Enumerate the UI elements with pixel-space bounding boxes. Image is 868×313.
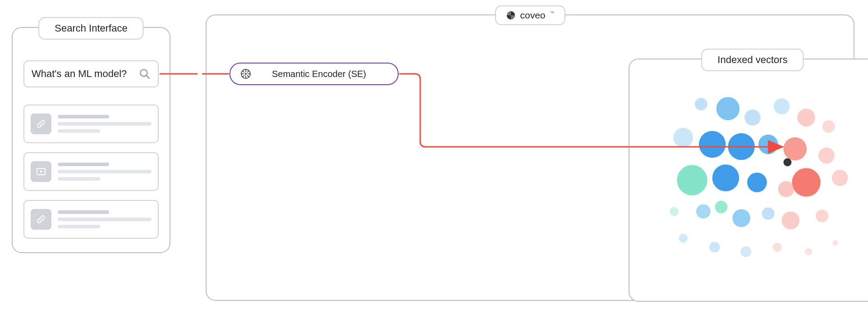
svg-point-8 bbox=[673, 128, 693, 148]
search-result-placeholder bbox=[23, 200, 159, 239]
svg-point-10 bbox=[728, 133, 755, 160]
svg-point-27 bbox=[792, 168, 821, 197]
placeholder-lines bbox=[58, 115, 152, 133]
search-result-placeholder bbox=[23, 104, 159, 143]
search-interface-title: Search Interface bbox=[38, 17, 143, 40]
svg-marker-3 bbox=[40, 170, 43, 173]
svg-point-6 bbox=[744, 109, 761, 126]
search-result-placeholder bbox=[23, 152, 159, 191]
search-icon bbox=[139, 68, 151, 80]
svg-point-7 bbox=[774, 98, 790, 114]
search-interface-panel: Search Interface What's an ML model? bbox=[12, 27, 170, 253]
svg-point-11 bbox=[758, 135, 778, 154]
indexed-vectors-panel: Indexed vectors bbox=[629, 59, 868, 302]
svg-point-13 bbox=[747, 172, 767, 192]
svg-point-29 bbox=[778, 181, 795, 197]
svg-point-14 bbox=[696, 204, 711, 219]
svg-point-26 bbox=[818, 148, 835, 164]
svg-point-36 bbox=[245, 73, 247, 75]
svg-point-15 bbox=[732, 209, 750, 227]
vector-scatter-cloud bbox=[629, 59, 868, 301]
svg-line-44 bbox=[243, 75, 244, 77]
svg-line-41 bbox=[243, 71, 244, 73]
svg-point-21 bbox=[715, 201, 728, 213]
coveo-brand-tag: coveo ™ bbox=[495, 5, 565, 25]
svg-line-42 bbox=[247, 75, 249, 77]
coveo-brand-text: coveo bbox=[520, 10, 545, 21]
link-icon bbox=[31, 209, 51, 230]
semantic-encoder-label: Semantic Encoder (SE) bbox=[259, 69, 388, 79]
search-box[interactable]: What's an ML model? bbox=[23, 60, 159, 87]
svg-point-22 bbox=[670, 207, 679, 216]
link-icon bbox=[31, 113, 51, 134]
svg-point-9 bbox=[699, 131, 726, 158]
placeholder-lines bbox=[58, 163, 152, 181]
coveo-logo-icon bbox=[505, 10, 515, 20]
video-icon bbox=[31, 161, 51, 182]
svg-point-32 bbox=[773, 243, 782, 252]
svg-point-16 bbox=[762, 208, 775, 220]
svg-point-5 bbox=[716, 97, 740, 120]
ml-brain-icon bbox=[240, 68, 251, 79]
query-vector-point bbox=[783, 158, 791, 166]
svg-point-12 bbox=[712, 164, 739, 191]
svg-point-24 bbox=[822, 120, 835, 133]
trademark-symbol: ™ bbox=[550, 10, 555, 15]
svg-point-18 bbox=[709, 242, 720, 253]
svg-line-43 bbox=[247, 71, 249, 73]
search-query-text: What's an ML model? bbox=[32, 68, 139, 80]
svg-point-23 bbox=[797, 109, 815, 127]
svg-point-19 bbox=[740, 246, 751, 257]
svg-point-17 bbox=[679, 234, 688, 243]
semantic-encoder-node: Semantic Encoder (SE) bbox=[230, 63, 399, 85]
svg-point-34 bbox=[833, 240, 838, 245]
svg-line-1 bbox=[146, 75, 149, 78]
svg-point-33 bbox=[805, 248, 812, 255]
svg-point-31 bbox=[816, 210, 828, 222]
svg-point-20 bbox=[677, 165, 707, 195]
svg-point-30 bbox=[782, 211, 800, 229]
svg-point-25 bbox=[783, 137, 807, 161]
placeholder-lines bbox=[58, 210, 152, 228]
coveo-platform-panel: coveo ™ Indexed vectors bbox=[206, 14, 854, 301]
svg-point-28 bbox=[832, 170, 848, 186]
svg-point-4 bbox=[695, 98, 707, 110]
